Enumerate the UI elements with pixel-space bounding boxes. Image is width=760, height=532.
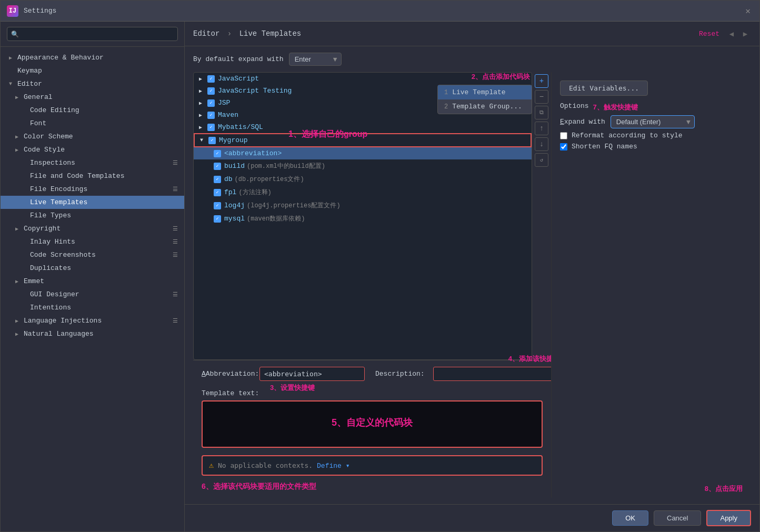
template-tree: ▶ ✓ JavaScript ▶ ✓ JavaScript Testing bbox=[193, 72, 532, 360]
sidebar-item-copyright[interactable]: ▶ Copyright ☰ bbox=[1, 222, 184, 235]
checkbox-icon[interactable]: ✓ bbox=[207, 87, 215, 95]
sidebar-item-code-editing[interactable]: Code Editing bbox=[1, 104, 184, 117]
sidebar-item-code-screenshots[interactable]: Code Screenshots ☰ bbox=[1, 248, 184, 262]
sidebar-item-duplicates[interactable]: Duplicates bbox=[1, 262, 184, 275]
sidebar-item-live-templates[interactable]: Live Templates bbox=[1, 196, 184, 209]
back-button[interactable]: ◀ bbox=[726, 28, 737, 39]
sidebar-item-label: Emmet bbox=[24, 277, 44, 285]
tree-item-abbreviation[interactable]: ✓ <abbreviation> bbox=[194, 147, 532, 159]
template-text-input[interactable] bbox=[202, 400, 543, 448]
tree-item-name: log4j bbox=[224, 202, 245, 209]
checkbox-icon[interactable]: ✓ bbox=[214, 215, 221, 223]
template-group-option[interactable]: 2 Template Group... bbox=[438, 99, 532, 114]
live-template-option[interactable]: 1 Live Template bbox=[438, 85, 532, 99]
expand-select[interactable]: Enter Tab Space bbox=[289, 53, 342, 66]
tree-item-name: db bbox=[224, 175, 233, 183]
reset-button[interactable]: Reset bbox=[699, 30, 719, 38]
annotation-3: 3、设置快捷键 bbox=[270, 383, 315, 393]
sidebar-item-label: Inlay Hints bbox=[30, 238, 75, 246]
checkbox-icon[interactable]: ✓ bbox=[207, 75, 215, 83]
tree-item-log4j[interactable]: ✓ log4j (log4j.properties配置文件) bbox=[194, 199, 532, 212]
annotation-6: 6、选择该代码块要适用的文件类型 bbox=[202, 482, 543, 491]
define-link[interactable]: Define ▾ bbox=[317, 461, 349, 470]
abbreviation-wrapper: 3、设置快捷键 bbox=[259, 367, 365, 381]
add-button[interactable]: + bbox=[535, 74, 548, 88]
option-num: 2 bbox=[444, 103, 448, 111]
sidebar-item-label: Font bbox=[30, 119, 46, 127]
move-up-button[interactable]: ↑ bbox=[535, 122, 548, 135]
search-wrapper: 🔍 bbox=[7, 27, 178, 41]
right-side-options: Edit Variables... Options 7、触发快捷键 bbox=[551, 72, 751, 498]
cancel-button[interactable]: Cancel bbox=[654, 510, 701, 526]
sidebar-item-file-encodings[interactable]: File Encodings ☰ bbox=[1, 183, 184, 196]
checkbox-icon[interactable]: ✓ bbox=[214, 176, 221, 183]
checkbox-icon[interactable]: ✓ bbox=[214, 202, 221, 209]
edit-variables-button[interactable]: Edit Variables... bbox=[560, 81, 648, 96]
tree-toolbar: + − ⧉ ↑ ↓ ↺ bbox=[532, 72, 551, 360]
sidebar-item-label: Appearance & Behavior bbox=[17, 54, 104, 62]
settings-window: IJ Settings ✕ 🔍 ▶ Appearance & Behavior bbox=[0, 0, 760, 532]
panel-body: By default expand with Enter Tab Space ▼ bbox=[185, 46, 759, 504]
sidebar-item-intentions[interactable]: Intentions bbox=[1, 301, 184, 314]
copy-button[interactable]: ⧉ bbox=[535, 106, 548, 119]
reformat-checkbox[interactable] bbox=[560, 132, 567, 139]
option-label: Template Group... bbox=[452, 103, 522, 111]
ok-button[interactable]: OK bbox=[612, 510, 648, 526]
checkbox-icon[interactable]: ✓ bbox=[207, 124, 215, 131]
tree-item-build[interactable]: ✓ build (pom.xml中的build配置) bbox=[194, 159, 532, 173]
tree-item-desc: (pom.xml中的build配置) bbox=[247, 162, 325, 170]
sidebar-item-editor[interactable]: ▼ Editor bbox=[1, 77, 184, 91]
checkbox-icon[interactable]: ✓ bbox=[207, 99, 215, 107]
abbreviation-input[interactable] bbox=[259, 367, 365, 381]
expand-with-label: Expand with bbox=[560, 118, 605, 126]
arrow-icon: ▶ bbox=[15, 134, 22, 140]
checkbox-icon[interactable]: ✓ bbox=[214, 150, 221, 157]
tree-arrow-icon: ▶ bbox=[199, 76, 205, 82]
tree-item-name: fpl bbox=[224, 188, 236, 196]
tree-item-db[interactable]: ✓ db (db.properties文件) bbox=[194, 173, 532, 186]
sidebar-item-color-scheme[interactable]: ▶ Color Scheme bbox=[1, 130, 184, 143]
sidebar-item-file-types[interactable]: File Types bbox=[1, 209, 184, 222]
abbreviation-row: AAbbreviation: 3、设置快捷键 Description: bbox=[202, 367, 543, 381]
sidebar: 🔍 ▶ Appearance & Behavior Keymap ▼ bbox=[1, 22, 185, 531]
forward-button[interactable]: ▶ bbox=[739, 28, 751, 39]
apply-button[interactable]: Apply bbox=[706, 510, 751, 526]
checkbox-icon[interactable]: ✓ bbox=[207, 112, 215, 119]
tree-item-fpl[interactable]: ✓ fpl (方法注释) bbox=[194, 186, 532, 199]
sidebar-item-code-style[interactable]: ▶ Code Style bbox=[1, 143, 184, 156]
breadcrumb-separator: › bbox=[227, 29, 232, 38]
search-input[interactable] bbox=[7, 27, 178, 41]
sidebar-item-language-injections[interactable]: ▶ Language Injections ☰ bbox=[1, 314, 184, 327]
move-down-button[interactable]: ↓ bbox=[535, 137, 548, 151]
sidebar-item-natural-languages[interactable]: ▶ Natural Languages bbox=[1, 327, 184, 340]
sidebar-item-label: Code Style bbox=[24, 146, 65, 154]
sidebar-item-gui-designer[interactable]: GUI Designer ☰ bbox=[1, 288, 184, 301]
annotation-7: 7、触发快捷键 bbox=[593, 103, 638, 112]
tree-item-mysql[interactable]: ✓ mysql (maven数据库依赖) bbox=[194, 212, 532, 225]
sidebar-item-keymap[interactable]: Keymap bbox=[1, 64, 184, 77]
sidebar-item-font[interactable]: Font bbox=[1, 117, 184, 130]
sidebar-item-emmet[interactable]: ▶ Emmet bbox=[1, 275, 184, 288]
sidebar-item-file-code-templates[interactable]: File and Code Templates bbox=[1, 169, 184, 183]
sidebar-item-appearance[interactable]: ▶ Appearance & Behavior bbox=[1, 51, 184, 64]
checkbox-icon[interactable]: ✓ bbox=[208, 137, 216, 144]
close-button[interactable]: ✕ bbox=[743, 6, 753, 16]
expand-row: By default expand with Enter Tab Space ▼ bbox=[193, 53, 751, 66]
arrow-icon: ▶ bbox=[15, 278, 22, 285]
checkbox-icon[interactable]: ✓ bbox=[214, 163, 221, 170]
annotation-1: 1、选择自己的group bbox=[288, 129, 367, 140]
sidebar-item-inlay-hints[interactable]: Inlay Hints ☰ bbox=[1, 235, 184, 248]
context-bar: ⚠ No applicable contexts. Define ▾ bbox=[202, 455, 543, 476]
sidebar-item-label: Duplicates bbox=[30, 264, 71, 272]
expand-select-wrapper: Enter Tab Space ▼ bbox=[289, 53, 342, 66]
expand-with-select[interactable]: Default (Enter) Enter Tab Space bbox=[611, 115, 695, 128]
restore-button[interactable]: ↺ bbox=[535, 153, 548, 167]
remove-button[interactable]: − bbox=[535, 90, 548, 104]
window-title: Settings bbox=[24, 7, 56, 15]
sidebar-item-inspections[interactable]: Inspections ☰ bbox=[1, 156, 184, 169]
shorten-fq-checkbox[interactable] bbox=[560, 143, 567, 150]
checkbox-icon[interactable]: ✓ bbox=[214, 189, 221, 196]
breadcrumb: Editor › Live Templates bbox=[193, 29, 301, 38]
description-input[interactable] bbox=[433, 367, 551, 381]
sidebar-item-general[interactable]: ▶ General bbox=[1, 91, 184, 104]
